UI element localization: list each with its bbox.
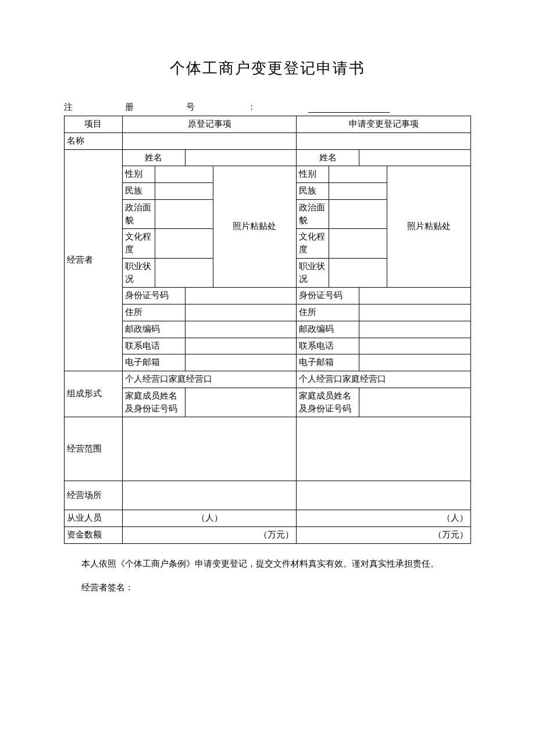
registration-number-row: 注 册 号 ： (64, 102, 471, 113)
row-email: 电子邮箱 电子邮箱 (65, 354, 471, 371)
registration-number-value[interactable] (308, 102, 390, 113)
value-xingming-orig[interactable] (185, 149, 297, 166)
value-shenfen-orig[interactable] (185, 288, 297, 304)
row-zijin: 资金数额 （万元） （万元） (65, 527, 471, 544)
value-congye-orig[interactable]: （人） (122, 510, 297, 527)
row-zhuzhi: 住所 住所 (65, 304, 471, 321)
label-zhengzhi-chg: 政治面貌 (297, 199, 329, 229)
photo-area-chg[interactable]: 照片粘贴处 (387, 166, 471, 288)
value-name-change[interactable] (297, 132, 471, 149)
value-zhuzhi-chg[interactable] (359, 304, 471, 321)
label-zhengzhi-orig: 政治面貌 (122, 199, 155, 229)
row-youbian: 邮政编码 邮政编码 (65, 321, 471, 338)
row-name: 名称 (65, 132, 471, 149)
label-zhuzhi-orig: 住所 (122, 304, 185, 321)
page-title: 个体工商户变更登记申请书 (64, 58, 471, 78)
label-xingbie-chg: 性别 (297, 166, 329, 183)
value-zijin-chg[interactable]: （万元） (297, 527, 471, 544)
label-zijin: 资金数额 (65, 527, 123, 544)
label-wenhua-chg: 文化程度 (297, 229, 329, 259)
label-dianhua-orig: 联系电话 (122, 338, 185, 354)
row-xingming: 经营者 姓名 姓名 (65, 149, 471, 166)
value-minzu-chg[interactable] (329, 183, 387, 200)
col-project: 项目 (65, 116, 123, 133)
label-wenhua-orig: 文化程度 (122, 229, 155, 259)
row-xingbie: 性别 照片粘贴处 性别 照片粘贴处 (65, 166, 471, 183)
value-jiating-chg[interactable] (359, 388, 471, 417)
value-zhiye-chg[interactable] (329, 258, 387, 288)
value-youbian-chg[interactable] (359, 321, 471, 338)
row-jingying-type: 组成形式 个人经营口家庭经营口 个人经营口家庭经营口 (65, 371, 471, 388)
label-operator: 经营者 (65, 149, 123, 371)
label-congye: 从业人员 (65, 510, 123, 527)
label-email-orig: 电子邮箱 (122, 354, 185, 371)
value-minzu-orig[interactable] (155, 183, 213, 200)
value-dianhua-chg[interactable] (359, 338, 471, 354)
declaration-statement: 本人依照《个体工商户条例》申请变更登记，提交文件材料真实有效。谨对真实性承担责任… (64, 556, 471, 572)
value-shenfen-chg[interactable] (359, 288, 471, 304)
label-minzu-orig: 民族 (122, 183, 155, 200)
row-changsuo: 经营场所 (65, 481, 471, 510)
label-xingming-chg: 姓名 (297, 149, 359, 166)
value-jingying-type-orig[interactable]: 个人经营口家庭经营口 (122, 371, 297, 388)
value-xingbie-orig[interactable] (155, 166, 213, 183)
label-youbian-chg: 邮政编码 (297, 321, 359, 338)
label-zucheng: 组成形式 (65, 371, 123, 417)
label-zhuzhi-chg: 住所 (297, 304, 359, 321)
application-table: 项目 原登记事项 申请变更登记事项 名称 经营者 姓名 姓名 性别 照片粘贴处 … (64, 116, 471, 544)
row-fanwei: 经营范围 (65, 417, 471, 481)
col-original: 原登记事项 (122, 116, 297, 133)
value-email-orig[interactable] (185, 354, 297, 371)
value-changsuo-orig[interactable] (122, 481, 297, 510)
value-name-original[interactable] (122, 132, 297, 149)
value-youbian-orig[interactable] (185, 321, 297, 338)
label-dianhua-chg: 联系电话 (297, 338, 359, 354)
label-fanwei: 经营范围 (65, 417, 123, 481)
reg-hao: 号 (186, 102, 195, 113)
label-xingbie-orig: 性别 (122, 166, 155, 183)
value-zhengzhi-orig[interactable] (155, 199, 213, 229)
value-xingming-chg[interactable] (359, 149, 471, 166)
row-congye: 从业人员 （人） （人） (65, 510, 471, 527)
value-zhuzhi-orig[interactable] (185, 304, 297, 321)
row-shenfen: 身份证号码 身份证号码 (65, 288, 471, 304)
value-wenhua-chg[interactable] (329, 229, 387, 259)
reg-zhu: 注 (64, 102, 73, 113)
value-zijin-orig[interactable]: （万元） (122, 527, 297, 544)
value-zhengzhi-chg[interactable] (329, 199, 387, 229)
label-xingming-orig: 姓名 (122, 149, 185, 166)
reg-ce: 册 (125, 102, 134, 113)
label-youbian-orig: 邮政编码 (122, 321, 185, 338)
label-zhiye-chg: 职业状况 (297, 258, 329, 288)
value-dianhua-orig[interactable] (185, 338, 297, 354)
row-jiating: 家庭成员姓名及身份证号码 家庭成员姓名及身份证号码 (65, 388, 471, 417)
label-email-chg: 电子邮箱 (297, 354, 359, 371)
header-row: 项目 原登记事项 申请变更登记事项 (65, 116, 471, 133)
value-wenhua-orig[interactable] (155, 229, 213, 259)
label-jiating-chg: 家庭成员姓名及身份证号码 (297, 388, 359, 417)
reg-colon: ： (247, 102, 256, 113)
row-dianhua: 联系电话 联系电话 (65, 338, 471, 354)
photo-area-orig[interactable]: 照片粘贴处 (213, 166, 297, 288)
value-email-chg[interactable] (359, 354, 471, 371)
value-xingbie-chg[interactable] (329, 166, 387, 183)
value-jiating-orig[interactable] (185, 388, 297, 417)
label-jiating-orig: 家庭成员姓名及身份证号码 (122, 388, 185, 417)
value-congye-chg[interactable]: （人） (297, 510, 471, 527)
label-zhiye-orig: 职业状况 (122, 258, 155, 288)
label-changsuo: 经营场所 (65, 481, 123, 510)
value-fanwei-chg[interactable] (297, 417, 471, 481)
value-changsuo-chg[interactable] (297, 481, 471, 510)
label-shenfen-orig: 身份证号码 (122, 288, 185, 304)
label-minzu-chg: 民族 (297, 183, 329, 200)
col-change: 申请变更登记事项 (297, 116, 471, 133)
value-fanwei-orig[interactable] (122, 417, 297, 481)
label-name: 名称 (65, 132, 123, 149)
value-jingying-type-chg[interactable]: 个人经营口家庭经营口 (297, 371, 471, 388)
value-zhiye-orig[interactable] (155, 258, 213, 288)
signature-label: 经营者签名： (64, 582, 471, 593)
label-shenfen-chg: 身份证号码 (297, 288, 359, 304)
